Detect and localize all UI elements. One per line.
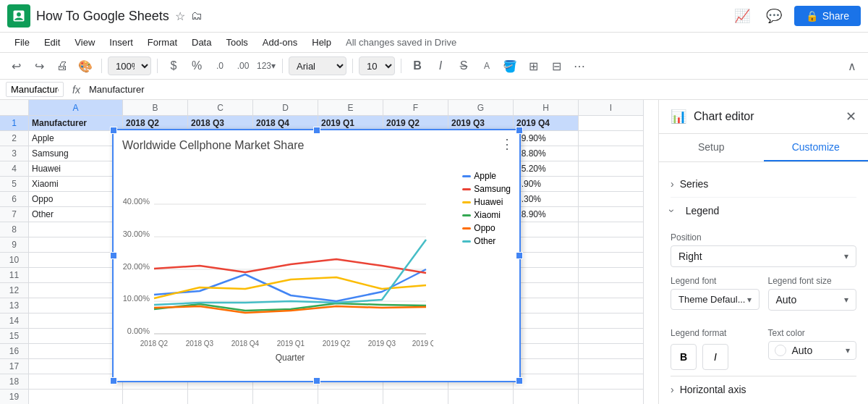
menu-format[interactable]: Format bbox=[140, 34, 184, 51]
col-header-H[interactable]: H bbox=[514, 100, 579, 116]
horizontal-axis-section[interactable]: › Horizontal axis bbox=[671, 376, 856, 403]
chat-icon[interactable]: 💬 bbox=[762, 4, 786, 28]
series-section-row[interactable]: › Series bbox=[671, 171, 856, 198]
col-header-C[interactable]: C bbox=[188, 100, 253, 116]
cell-i7[interactable] bbox=[579, 207, 644, 222]
menu-edit[interactable]: Edit bbox=[37, 34, 67, 51]
chart-editor-close-button[interactable]: ✕ bbox=[846, 109, 856, 125]
menu-tools[interactable]: Tools bbox=[218, 34, 255, 51]
row-num-2[interactable]: 2 bbox=[0, 131, 29, 146]
analytics-icon[interactable]: 📈 bbox=[731, 4, 754, 28]
share-button[interactable]: 🔒 Share bbox=[794, 6, 861, 26]
borders-button[interactable]: ⊞ bbox=[523, 56, 543, 76]
row-num-11[interactable]: 11 bbox=[0, 268, 29, 283]
cell-h7[interactable]: 28.90% bbox=[514, 207, 579, 222]
decimal-less-button[interactable]: .0 bbox=[210, 56, 230, 76]
menu-data[interactable]: Data bbox=[184, 34, 218, 51]
cell-a6[interactable]: Oppo bbox=[29, 192, 123, 207]
row-num-6[interactable]: 6 bbox=[0, 192, 29, 207]
cell-i2[interactable] bbox=[579, 131, 644, 146]
row-num-8[interactable]: 8 bbox=[0, 222, 29, 237]
cell-h2[interactable]: 19.90% bbox=[514, 131, 579, 146]
row-num-9[interactable]: 9 bbox=[0, 237, 29, 253]
bold-format-button[interactable]: B bbox=[671, 344, 697, 370]
cell-reference[interactable] bbox=[6, 82, 64, 97]
cell-h3[interactable]: 18.80% bbox=[514, 146, 579, 161]
row-num-15[interactable]: 15 bbox=[0, 329, 29, 344]
legend-font-dropdown[interactable]: Theme Defaul... ▾ bbox=[671, 289, 760, 310]
tab-setup[interactable]: Setup bbox=[659, 134, 764, 161]
row-num-17[interactable]: 17 bbox=[0, 359, 29, 374]
cell-i5[interactable] bbox=[579, 177, 644, 192]
row-num-5[interactable]: 5 bbox=[0, 177, 29, 192]
chart-menu-button[interactable]: ⋮ bbox=[501, 136, 514, 152]
row-num-10[interactable]: 10 bbox=[0, 253, 29, 268]
col-header-A[interactable]: A bbox=[29, 100, 123, 116]
star-icon[interactable]: ☆ bbox=[175, 9, 185, 23]
format-123-button[interactable]: 123▾ bbox=[256, 56, 276, 76]
row-num-19[interactable]: 19 bbox=[0, 390, 29, 404]
col-header-I[interactable]: I bbox=[579, 100, 644, 116]
merge-button[interactable]: ⊟ bbox=[546, 56, 566, 76]
row-num-4[interactable]: 4 bbox=[0, 161, 29, 177]
row-num-12[interactable]: 12 bbox=[0, 283, 29, 298]
menu-help[interactable]: Help bbox=[305, 34, 339, 51]
currency-button[interactable]: $ bbox=[163, 56, 184, 76]
strikethrough-button[interactable]: S bbox=[454, 56, 474, 76]
cell-i4[interactable] bbox=[579, 161, 644, 177]
cell-h1[interactable]: 2019 Q4 bbox=[514, 116, 579, 131]
folder-icon[interactable]: 🗂 bbox=[191, 9, 203, 22]
cell-i1[interactable] bbox=[579, 116, 644, 131]
row-num-18[interactable]: 18 bbox=[0, 374, 29, 390]
italic-button[interactable]: I bbox=[430, 56, 451, 76]
row-num-14[interactable]: 14 bbox=[0, 313, 29, 329]
fill-color-button[interactable]: 🪣 bbox=[500, 56, 520, 76]
menu-view[interactable]: View bbox=[67, 34, 102, 51]
row-num-1[interactable]: 1 bbox=[0, 116, 29, 131]
row-num-7[interactable]: 7 bbox=[0, 207, 29, 222]
cell-i6[interactable] bbox=[579, 192, 644, 207]
col-header-F[interactable]: F bbox=[383, 100, 448, 116]
menu-file[interactable]: File bbox=[7, 34, 37, 51]
col-header-B[interactable]: B bbox=[123, 100, 188, 116]
text-color-button[interactable]: A bbox=[477, 56, 497, 76]
paint-format-button[interactable]: 🎨 bbox=[75, 56, 95, 76]
undo-button[interactable]: ↩ bbox=[6, 56, 26, 76]
cell-a3[interactable]: Samsung bbox=[29, 146, 123, 161]
cell-a8[interactable] bbox=[29, 222, 123, 237]
more-button[interactable]: ⋯ bbox=[569, 56, 590, 76]
print-button[interactable]: 🖨 bbox=[52, 56, 72, 76]
cell-a2[interactable]: Apple bbox=[29, 131, 123, 146]
decimal-more-button[interactable]: .00 bbox=[233, 56, 253, 76]
font-size-select[interactable]: 10 bbox=[359, 56, 395, 75]
cell-a1[interactable]: Manufacturer bbox=[29, 116, 123, 131]
collapse-button[interactable]: ∧ bbox=[842, 56, 862, 76]
col-header-E[interactable]: E bbox=[318, 100, 383, 116]
cell-a4[interactable]: Huawei bbox=[29, 161, 123, 177]
cell-h5[interactable]: 8.90% bbox=[514, 177, 579, 192]
menu-addons[interactable]: Add-ons bbox=[255, 34, 305, 51]
bold-button[interactable]: B bbox=[407, 56, 427, 76]
cell-h6[interactable]: 8.30% bbox=[514, 192, 579, 207]
col-header-D[interactable]: D bbox=[253, 100, 318, 116]
row-num-13[interactable]: 13 bbox=[0, 298, 29, 313]
cell-h8[interactable] bbox=[514, 222, 579, 237]
legend-section-toggle[interactable]: › Legend bbox=[671, 198, 856, 224]
text-color-dropdown[interactable]: Auto ▾ bbox=[768, 341, 857, 360]
percent-button[interactable]: % bbox=[187, 56, 207, 76]
cell-a7[interactable]: Other bbox=[29, 207, 123, 222]
row-num-16[interactable]: 16 bbox=[0, 344, 29, 359]
cell-i8[interactable] bbox=[579, 222, 644, 237]
redo-button[interactable]: ↪ bbox=[29, 56, 49, 76]
row-num-3[interactable]: 3 bbox=[0, 146, 29, 161]
zoom-select[interactable]: 100% bbox=[108, 56, 151, 75]
italic-format-button[interactable]: I bbox=[702, 344, 728, 370]
cell-a5[interactable]: Xiaomi bbox=[29, 177, 123, 192]
cell-i3[interactable] bbox=[579, 146, 644, 161]
font-select[interactable]: Arial bbox=[289, 56, 346, 75]
menu-insert[interactable]: Insert bbox=[102, 34, 140, 51]
cell-h4[interactable]: 15.20% bbox=[514, 161, 579, 177]
col-header-G[interactable]: G bbox=[448, 100, 514, 116]
legend-font-size-dropdown[interactable]: Auto ▾ bbox=[768, 289, 857, 311]
tab-customize[interactable]: Customize bbox=[764, 134, 869, 161]
